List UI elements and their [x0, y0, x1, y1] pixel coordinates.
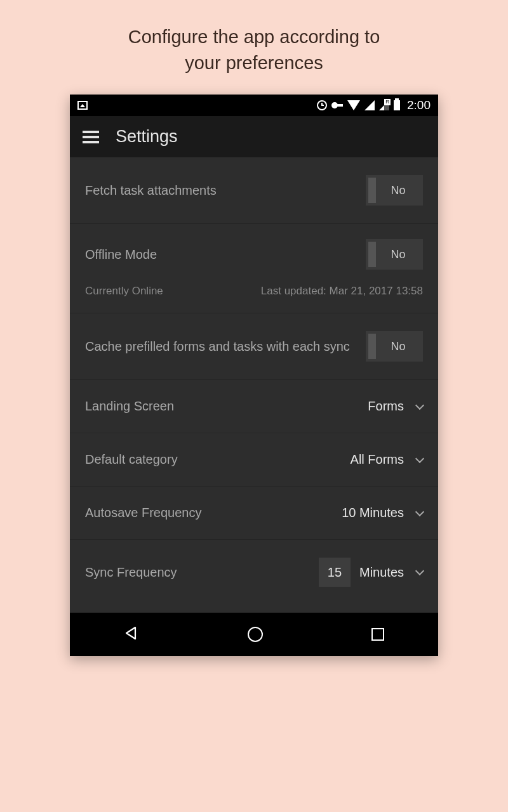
chevron-down-icon [415, 454, 424, 463]
setting-offline-mode[interactable]: Offline Mode No Currently Online Last up… [70, 224, 438, 313]
nav-back-button[interactable] [124, 625, 139, 643]
chevron-down-icon [415, 401, 424, 410]
signal-icon [364, 100, 375, 110]
setting-cache-prefilled[interactable]: Cache prefilled forms and tasks with eac… [70, 313, 438, 380]
setting-label: Fetch task attachments [85, 182, 356, 199]
chevron-down-icon [415, 566, 424, 575]
sync-unit: Minutes [359, 565, 404, 580]
selector-default-category[interactable]: All Forms [351, 452, 423, 467]
toggle-value: No [376, 248, 420, 261]
app-bar: Settings [70, 116, 438, 157]
setting-label: Landing Screen [85, 398, 358, 415]
selector-sync[interactable]: 15 Minutes [319, 558, 423, 587]
setting-label: Default category [85, 451, 340, 468]
selector-value: 10 Minutes [342, 506, 404, 520]
setting-fetch-attachments[interactable]: Fetch task attachments No [70, 157, 438, 224]
promo-caption: Configure the app according to your pref… [0, 0, 508, 95]
status-time: 2:00 [407, 98, 431, 112]
android-nav-bar [70, 613, 438, 656]
page-title: Settings [116, 127, 178, 147]
setting-landing-screen[interactable]: Landing Screen Forms [70, 380, 438, 433]
wifi-icon [347, 100, 360, 110]
selector-autosave[interactable]: 10 Minutes [342, 506, 423, 520]
promo-line2: your preferences [185, 53, 323, 73]
selector-landing-screen[interactable]: Forms [368, 399, 423, 414]
vpn-key-icon [331, 102, 343, 108]
status-bar: R 2:00 [70, 95, 438, 116]
offline-last-updated: Last updated: Mar 21, 2017 13:58 [261, 285, 423, 298]
image-icon [77, 101, 88, 110]
setting-sync-frequency[interactable]: Sync Frequency 15 Minutes [70, 540, 438, 613]
sync-number-input[interactable]: 15 [319, 558, 351, 587]
hamburger-menu-icon[interactable] [83, 131, 99, 143]
toggle-offline-mode[interactable]: No [366, 239, 423, 270]
setting-label: Cache prefilled forms and tasks with eac… [85, 338, 356, 355]
alarm-icon [317, 100, 327, 110]
nav-recent-button[interactable] [371, 628, 384, 641]
promo-line1: Configure the app according to [128, 27, 380, 47]
toggle-handle [368, 178, 376, 203]
toggle-value: No [376, 340, 420, 353]
nav-home-button[interactable] [248, 627, 263, 642]
selector-value: Forms [368, 399, 404, 414]
setting-label: Autosave Frequency [85, 504, 331, 521]
toggle-handle [368, 334, 376, 359]
phone-frame: R 2:00 Settings Fetch task attachments N… [70, 95, 438, 656]
setting-autosave-frequency[interactable]: Autosave Frequency 10 Minutes [70, 487, 438, 540]
selector-value: All Forms [351, 452, 404, 467]
signal-roaming-icon: R [379, 100, 389, 110]
settings-list: Fetch task attachments No Offline Mode N… [70, 157, 438, 613]
setting-default-category[interactable]: Default category All Forms [70, 433, 438, 487]
offline-status: Currently Online [85, 285, 163, 298]
chevron-down-icon [415, 508, 424, 516]
setting-label: Sync Frequency [85, 564, 309, 581]
battery-icon [394, 100, 400, 110]
toggle-handle [368, 242, 376, 267]
toggle-fetch-attachments[interactable]: No [366, 175, 423, 206]
toggle-cache-prefilled[interactable]: No [366, 331, 423, 362]
setting-label: Offline Mode [85, 246, 356, 263]
toggle-value: No [376, 184, 420, 197]
